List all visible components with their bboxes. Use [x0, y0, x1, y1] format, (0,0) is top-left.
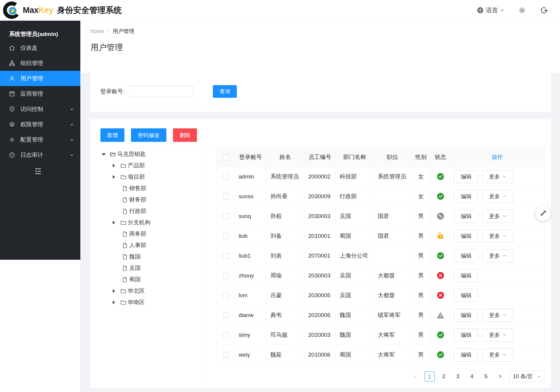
sidebar-item-applications[interactable]: 应用管理 [0, 86, 80, 101]
sidebar-item-permissions[interactable]: 权限管理 [0, 117, 80, 132]
more-button[interactable]: 更多 [482, 249, 513, 262]
sidebar-item-audit-log[interactable]: 日志审计 [0, 147, 80, 163]
more-button[interactable]: 更多 [482, 170, 513, 183]
tree-node[interactable]: 产品部 [91, 160, 205, 171]
menu-fold-icon[interactable] [34, 167, 80, 176]
page-button-2[interactable]: 2 [439, 371, 449, 382]
sidebar-item-organization[interactable]: 组织管理 [0, 55, 80, 71]
cell-employee-id: 2000002 [304, 167, 336, 187]
cell-gender: 男 [411, 246, 431, 266]
edit-button[interactable]: 编辑 [454, 269, 478, 282]
sidebar-item-users[interactable]: 用户管理 [0, 71, 80, 86]
sidebar-item-access-control[interactable]: 访问控制 [0, 101, 80, 117]
page-size-select[interactable]: 10 条/页 [509, 371, 544, 382]
change-password-button[interactable]: 密码修改 [131, 128, 166, 142]
more-button[interactable]: 更多 [482, 348, 513, 361]
sidebar-label: 仪表盘 [20, 44, 37, 52]
row-checkbox[interactable] [223, 273, 229, 279]
edit-button[interactable]: 编辑 [454, 289, 478, 302]
breadcrumb-current: 用户管理 [113, 28, 134, 35]
floating-tool-button[interactable] [535, 206, 550, 221]
sidebar-item-configuration[interactable]: 配置管理 [0, 132, 80, 147]
tree-label: 财务部 [129, 196, 146, 204]
more-button[interactable]: 更多 [482, 328, 513, 342]
page-title: 用户管理 [91, 42, 560, 53]
edit-button[interactable]: 编辑 [454, 309, 478, 322]
tree-node[interactable]: 人事部 [91, 240, 205, 251]
sidebar-label: 日志审计 [20, 151, 43, 159]
more-button[interactable]: 更多 [482, 210, 513, 223]
tree-node[interactable]: 华南区 [91, 297, 205, 308]
edit-button[interactable]: 编辑 [454, 210, 478, 223]
caret-right-icon[interactable] [112, 164, 116, 167]
tree-node[interactable]: 华北区 [91, 285, 205, 297]
page-button-5[interactable]: 5 [481, 371, 491, 382]
next-page-button[interactable]: > [495, 371, 505, 382]
chevron-down-icon [70, 123, 74, 127]
page-button-3[interactable]: 3 [453, 371, 463, 382]
tree-node[interactable]: 魏国 [91, 251, 205, 262]
edit-button[interactable]: 编辑 [454, 249, 478, 262]
edit-button[interactable]: 编辑 [454, 348, 478, 361]
caret-right-icon[interactable] [112, 221, 116, 224]
query-button[interactable]: 查询 [213, 85, 237, 98]
caret-right-icon[interactable] [112, 301, 116, 304]
more-label: 更多 [489, 173, 500, 180]
settings-gear-icon[interactable] [518, 6, 526, 14]
page-button-4[interactable]: 4 [467, 371, 477, 382]
more-button[interactable]: 更多 [482, 229, 513, 243]
tree-node[interactable]: 马克思钥匙 [91, 148, 205, 160]
col-actions: 操作 [450, 148, 545, 167]
edit-button[interactable]: 编辑 [454, 170, 478, 183]
sidebar-item-dashboard[interactable]: 仪表盘 [0, 40, 80, 55]
cell-position: 国君 [374, 226, 411, 246]
more-button[interactable]: 更多 [482, 190, 513, 203]
row-checkbox[interactable] [223, 253, 229, 259]
cell-account: admin [235, 167, 267, 187]
breadcrumb-home[interactable]: home [91, 28, 104, 34]
tree-node[interactable]: 吴国 [91, 262, 205, 274]
more-button[interactable]: 更多 [482, 309, 513, 322]
row-checkbox[interactable] [223, 292, 229, 298]
add-button[interactable]: 新增 [100, 128, 124, 142]
tree-label: 魏国 [129, 253, 141, 261]
row-checkbox[interactable] [223, 174, 229, 180]
status-icon [437, 312, 444, 319]
page-button-1[interactable]: 1 [424, 371, 435, 382]
edit-button[interactable]: 编辑 [454, 328, 478, 342]
tree-node[interactable]: 分支机构 [91, 217, 205, 228]
row-checkbox[interactable] [223, 193, 229, 199]
tree-node[interactable]: 商务部 [91, 228, 205, 240]
caret-right-icon[interactable] [112, 289, 116, 293]
tree-node[interactable]: 销售部 [91, 183, 205, 194]
select-all-checkbox[interactable] [223, 154, 229, 160]
tree-node[interactable]: 项目部 [91, 171, 205, 183]
edit-button[interactable]: 编辑 [454, 190, 478, 203]
account-input[interactable] [128, 86, 194, 97]
tree-node[interactable]: 蜀国 [91, 274, 205, 285]
row-checkbox[interactable] [223, 233, 229, 239]
delete-button[interactable]: 删除 [173, 128, 197, 142]
row-checkbox[interactable] [223, 312, 229, 318]
chevron-down-icon [502, 333, 506, 337]
file-icon [122, 254, 128, 260]
row-checkbox[interactable] [223, 352, 229, 358]
cell-account: zhouy [235, 266, 267, 286]
cell-employee-id: 2030003 [304, 266, 336, 286]
edit-button[interactable]: 编辑 [454, 229, 478, 243]
caret-right-icon[interactable] [112, 175, 116, 179]
logout-icon[interactable] [540, 6, 548, 14]
row-checkbox[interactable] [223, 332, 229, 338]
page-header: home / 用户管理 用户管理 [80, 20, 560, 73]
more-label: 更多 [489, 213, 500, 220]
cell-name: 吕蒙 [267, 286, 304, 305]
row-checkbox[interactable] [223, 213, 229, 219]
language-switcher[interactable]: 语言 [477, 6, 504, 14]
caret-down-icon[interactable] [102, 152, 105, 156]
globe-icon [477, 7, 484, 14]
cell-name: 系统管理员 [267, 167, 304, 187]
col-status: 状态 [431, 148, 450, 167]
tree-node[interactable]: 行政部 [91, 205, 205, 217]
tree-node[interactable]: 财务部 [91, 194, 205, 205]
prev-page-button[interactable]: < [410, 371, 421, 382]
